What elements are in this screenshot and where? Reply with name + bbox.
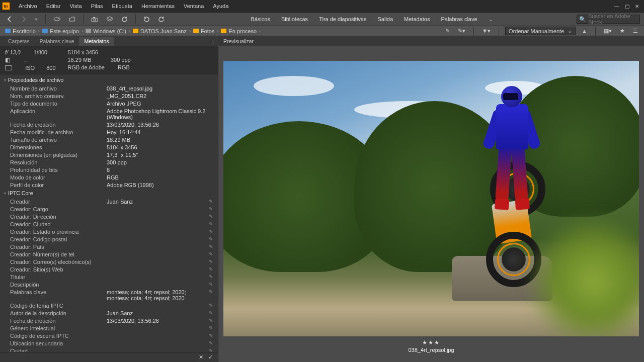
menu-ventana[interactable]: Ventana [179,1,208,11]
section-iptc-core[interactable]: IPTC Core [0,189,218,198]
meta-value[interactable]: Juan Sanz [107,310,218,316]
meta-row[interactable]: Creador: Sitio(s) Web✎ [0,265,218,273]
preview-area[interactable]: ★★★ 038_4rt_repsol.jpg [218,46,644,362]
crumb-equipo[interactable]: Este equipo [41,28,80,34]
pencil-icon[interactable]: ✎ [209,214,213,219]
meta-row[interactable]: Código de tema IPTC✎ [0,302,218,309]
meta-row[interactable]: Fecha de creación13/03/2020, 13:56:26✎ [0,317,218,324]
close-button[interactable]: ✕ [632,2,642,10]
sort-asc-icon[interactable]: ▲ [580,27,589,35]
meta-row[interactable]: Creador: Código postal✎ [0,235,218,243]
pencil-icon[interactable]: ✎ [209,333,213,338]
meta-value[interactable]: montesa; cota; 4rt; repsol; 2020; montes… [107,289,218,301]
layers-button[interactable] [104,15,116,24]
meta-row[interactable]: Creador: Ciudad✎ [0,220,218,228]
rating-stars[interactable]: ★★★ [422,339,440,346]
pencil-icon[interactable]: ✎ [209,206,213,212]
boomerang-button[interactable] [66,15,78,24]
nav-forward-button[interactable] [18,15,29,24]
ws-basicos[interactable]: Básicos [250,14,271,25]
meta-value[interactable]: Juan Sanz [107,199,218,205]
ws-bibliotecas[interactable]: Bibliotecas [280,14,309,25]
meta-row[interactable]: Género intelectual✎ [0,324,218,332]
ws-tira[interactable]: Tira de diapositivas [318,14,367,25]
pencil-icon[interactable]: ✎ [209,289,213,295]
funnel-icon[interactable]: ▼▾ [480,27,493,35]
tab-palabras[interactable]: Palabras clave [35,37,79,46]
pencil-icon[interactable]: ✎ [209,236,213,242]
meta-row: Modo de colorRGB [0,173,218,181]
pencil-icon[interactable]: ✎ [209,221,213,227]
meta-row[interactable]: Titular✎ [0,273,218,281]
pencil-icon[interactable]: ✎ [209,282,213,287]
crumb-windows[interactable]: Windows (C:) [85,28,127,34]
menu-pilas[interactable]: Pilas [87,1,108,11]
pencil-icon[interactable]: ✎ [209,259,213,264]
pencil-icon[interactable]: ✎ [209,251,213,257]
menu-ayuda[interactable]: Ayuda [208,1,233,11]
crumb-enproceso[interactable]: En proceso [220,28,258,34]
meta-row[interactable]: Código de escena IPTC✎ [0,332,218,339]
meta-row[interactable]: Autor de la descripciónJuan Sanz✎ [0,309,218,317]
pencil-icon[interactable]: ✎ [209,229,213,234]
crumb-escritorio[interactable]: Escritorio [4,28,37,34]
meta-row[interactable]: Descripción✎ [0,281,218,288]
tab-carpetas[interactable]: Carpetas [3,37,35,46]
meta-row[interactable]: Creador: Número(s) de tel.✎ [0,250,218,258]
menu-herramientas[interactable]: Herramientas [137,1,179,11]
pencil-icon[interactable]: ✎ [209,310,213,316]
meta-row[interactable]: CreadorJuan Sanz✎ [0,198,218,205]
meta-row[interactable]: Creador: Estado o provincia✎ [0,228,218,235]
section-file-props[interactable]: Propiedades de archivo [0,75,218,84]
panel-menu-icon[interactable]: ≡ [207,40,218,46]
nav-chevron-icon[interactable]: ▾ [32,15,40,24]
pencil-icon[interactable]: ✎ [209,318,213,323]
meta-label: Modo de color [10,174,107,180]
crumb-datos[interactable]: DATOS Juan Sanz [132,28,188,34]
reveal-button[interactable] [51,15,63,24]
menu-editar[interactable]: Editar [42,1,65,11]
pencil-icon[interactable]: ✎ [209,199,213,204]
meta-row[interactable]: Creador: Dirección✎ [0,213,218,220]
filter-pencil2-icon[interactable]: ✎▾ [456,27,467,35]
pencil-icon[interactable]: ✎ [209,274,213,280]
refresh-button[interactable] [119,15,130,24]
meta-row[interactable]: Creador: Cargo✎ [0,205,218,213]
minimize-button[interactable]: — [612,2,622,10]
ws-more-chevron-icon[interactable]: ⌄ [488,14,494,25]
meta-row[interactable]: Ciudad✎ [0,347,218,352]
pencil-icon[interactable]: ✎ [209,340,213,346]
maximize-button[interactable]: ▢ [622,2,632,10]
thumbs-icon[interactable]: ▦▾ [602,27,614,35]
menu-vista[interactable]: Vista [65,1,86,11]
pencil-icon[interactable]: ✎ [209,303,213,308]
ws-salida[interactable]: Salida [376,14,394,25]
list-icon[interactable]: ☰ [631,27,640,35]
meta-row[interactable]: Ubicación secundaria✎ [0,339,218,347]
rotate-ccw-button[interactable] [141,15,152,24]
pencil-icon[interactable]: ✎ [209,266,213,272]
search-input[interactable]: 🔍 Buscar en Adobe Stock [577,15,640,24]
pencil-icon[interactable]: ✎ [209,244,213,249]
menu-etiqueta[interactable]: Etiqueta [108,1,137,11]
meta-row[interactable]: Creador: Correo(s) electrónico(s)✎ [0,258,218,265]
meta-row[interactable]: Creador: País✎ [0,243,218,250]
menu-archivo[interactable]: Archivo [14,1,42,11]
star-filter-icon[interactable]: ★ [618,27,627,35]
tab-metadatos[interactable]: Metadatos [79,37,114,46]
ws-palabras[interactable]: Palabras clave [440,14,478,25]
meta-row[interactable]: Palabras clavemontesa; cota; 4rt; repsol… [0,288,218,302]
app-icon: Br [2,2,10,10]
apply-icon[interactable]: ✓ [208,354,213,360]
crumb-fotos[interactable]: Fotos [192,28,216,34]
meta-value[interactable]: 13/03/2020, 13:56:26 [107,318,218,324]
sort-dropdown[interactable]: Ordenar Manualmente⌄ [505,27,576,35]
camera-import-button[interactable] [89,15,101,24]
nav-back-button[interactable] [4,15,15,24]
filter-pencil-icon[interactable]: ✎ [443,27,452,35]
ws-metadatos[interactable]: Metadatos [403,14,431,25]
pencil-icon[interactable]: ✎ [209,348,213,352]
pencil-icon[interactable]: ✎ [209,325,213,331]
rotate-cw-button[interactable] [155,15,167,24]
cancel-icon[interactable]: ✕ [199,354,203,360]
